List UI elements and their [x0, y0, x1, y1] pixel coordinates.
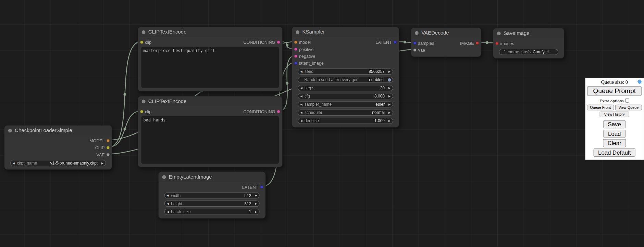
model-slot-icon[interactable]	[107, 139, 110, 142]
increment-arrow-icon[interactable]: ▶	[386, 119, 393, 122]
node-title: CLIPTextEncode	[148, 29, 187, 35]
negative-prompt-textarea[interactable]: bad hands	[141, 116, 279, 164]
height-widget[interactable]: ◀ height 512 ▶	[164, 200, 260, 207]
latent-slot-icon[interactable]	[294, 61, 297, 65]
node-title-bar[interactable]: KSampler	[292, 27, 399, 37]
collapse-dot-icon[interactable]	[497, 31, 501, 35]
slot-label: positive	[299, 47, 314, 51]
decrement-arrow-icon[interactable]: ◀	[165, 210, 171, 213]
collapse-dot-icon[interactable]	[415, 31, 419, 35]
increment-arrow-icon[interactable]: ▶	[386, 95, 393, 98]
widget-label: denoise	[305, 119, 374, 123]
node-checkpointloadersimple[interactable]: CheckpointLoaderSimple MODEL CLIP VAE ◀ …	[4, 125, 112, 170]
conditioning-slot-icon[interactable]	[294, 47, 297, 51]
image-slot-icon[interactable]	[495, 42, 499, 45]
positive-prompt-textarea[interactable]: masterpiece best quality girl	[141, 47, 279, 88]
filename-prefix-widget[interactable]: filename_prefix ComfyUI	[499, 49, 558, 55]
view-history-button[interactable]: View History	[600, 112, 629, 117]
denoise-widget[interactable]: ◀ denoise 1.000 ▶	[298, 118, 393, 124]
vae-slot-icon[interactable]	[107, 153, 110, 156]
decrement-arrow-icon[interactable]: ◀	[298, 111, 304, 114]
conditioning-slot-icon[interactable]	[294, 54, 297, 58]
load-button[interactable]: Load	[604, 130, 626, 138]
node-title-bar[interactable]: VAEDecode	[411, 28, 481, 38]
collapse-dot-icon[interactable]	[142, 30, 146, 34]
comfy-menu-panel: Queue size: 0 Queue Prompt Extra options…	[585, 78, 644, 160]
node-vaedecode[interactable]: VAEDecode samples vae IMAGE	[411, 27, 481, 57]
settings-gear-icon[interactable]	[637, 79, 643, 84]
comfyui-graph-canvas[interactable]: CheckpointLoaderSimple MODEL CLIP VAE ◀ …	[0, 0, 644, 247]
increment-arrow-icon[interactable]: ▶	[99, 161, 106, 164]
collapse-dot-icon[interactable]	[162, 175, 166, 179]
latent-slot-icon[interactable]	[260, 185, 263, 188]
node-title-bar[interactable]: CheckpointLoaderSimple	[4, 126, 112, 135]
collapse-dot-icon[interactable]	[8, 129, 12, 132]
queue-prompt-button[interactable]: Queue Prompt	[587, 86, 642, 96]
width-widget[interactable]: ◀ width 512 ▶	[164, 192, 260, 198]
node-cliptextencode-positive[interactable]: CLIPTextEncode clip CONDITIONING masterp…	[138, 27, 283, 91]
node-saveimage[interactable]: SaveImage images filename_prefix ComfyUI	[493, 28, 565, 59]
decrement-arrow-icon[interactable]: ◀	[298, 95, 304, 98]
node-title-bar[interactable]: EmptyLatentImage	[159, 172, 265, 182]
decrement-arrow-icon[interactable]: ◀	[298, 103, 304, 106]
decrement-arrow-icon[interactable]: ◀	[11, 161, 17, 164]
node-cliptextencode-negative[interactable]: CLIPTextEncode clip CONDITIONING bad han…	[138, 96, 283, 168]
slot-label: CONDITIONING	[243, 109, 275, 114]
widget-value: 1.000	[374, 119, 385, 123]
cfg-widget[interactable]: ◀ cfg 8.000 ▶	[298, 93, 393, 99]
save-button[interactable]: Save	[603, 120, 626, 128]
conditioning-slot-icon[interactable]	[277, 110, 280, 113]
link-midpoint-dot	[123, 128, 126, 130]
increment-arrow-icon[interactable]: ▶	[386, 87, 393, 89]
collapse-dot-icon[interactable]	[142, 100, 146, 103]
extra-options-checkbox[interactable]	[625, 98, 629, 102]
node-title: VAEDecode	[421, 30, 449, 36]
node-ksampler[interactable]: KSampler model positive negative lat	[292, 27, 399, 128]
random-seed-toggle[interactable]: Random seed after every gen enabled	[298, 77, 393, 83]
increment-arrow-icon[interactable]: ▶	[386, 103, 393, 106]
decrement-arrow-icon[interactable]: ◀	[165, 202, 171, 205]
widget-value: euler	[375, 102, 385, 107]
widget-value: 1	[249, 210, 251, 214]
increment-arrow-icon[interactable]: ▶	[386, 111, 393, 114]
sampler-name-widget[interactable]: ◀ sampler_name euler ▶	[298, 101, 393, 107]
load-default-button[interactable]: Load Default	[594, 148, 635, 157]
view-queue-button[interactable]: View Queue	[615, 105, 642, 110]
link-midpoint-dot	[123, 93, 126, 96]
widget-value: 512	[244, 202, 251, 206]
toggle-indicator-icon[interactable]	[388, 78, 391, 81]
clear-button[interactable]: Clear	[603, 139, 626, 147]
conditioning-slot-icon[interactable]	[277, 40, 280, 44]
clip-slot-icon[interactable]	[107, 146, 110, 149]
node-title-bar[interactable]: CLIPTextEncode	[138, 27, 282, 37]
widget-label: steps	[305, 86, 380, 90]
output-slot-latent: LATENT	[292, 39, 399, 46]
slot-label: LATENT	[242, 184, 258, 189]
decrement-arrow-icon[interactable]: ◀	[298, 119, 304, 122]
ckpt-name-widget[interactable]: ◀ ckpt_name v1-5-pruned-emaonly.ckpt ▶	[10, 160, 106, 166]
node-emptylatentimage[interactable]: EmptyLatentImage LATENT ◀ width 512 ▶ ◀ …	[158, 171, 266, 219]
node-title-bar[interactable]: CLIPTextEncode	[138, 96, 282, 106]
steps-widget[interactable]: ◀ steps 20 ▶	[298, 85, 393, 91]
latent-slot-icon[interactable]	[394, 40, 397, 44]
increment-arrow-icon[interactable]: ▶	[253, 210, 259, 213]
increment-arrow-icon[interactable]: ▶	[253, 202, 259, 205]
seed-widget[interactable]: ◀ seed 8566257 ▶	[298, 68, 393, 75]
widget-label: filename_prefix	[504, 50, 533, 54]
image-slot-icon[interactable]	[475, 41, 479, 44]
output-slot-model: MODEL	[4, 137, 112, 144]
output-slot-clip: CLIP	[4, 144, 112, 151]
decrement-arrow-icon[interactable]: ◀	[298, 70, 304, 73]
increment-arrow-icon[interactable]: ▶	[386, 70, 393, 73]
collapse-dot-icon[interactable]	[296, 30, 299, 34]
queue-front-button[interactable]: Queue Front	[587, 105, 614, 110]
scheduler-widget[interactable]: ◀ scheduler normal ▶	[298, 109, 393, 116]
vae-slot-icon[interactable]	[413, 48, 417, 52]
slot-label: vae	[418, 47, 425, 52]
increment-arrow-icon[interactable]: ▶	[253, 194, 259, 197]
batch-size-widget[interactable]: ◀ batch_size 1 ▶	[164, 209, 260, 215]
decrement-arrow-icon[interactable]: ◀	[298, 87, 304, 89]
node-title-bar[interactable]: SaveImage	[493, 28, 564, 38]
slot-label: CONDITIONING	[243, 40, 275, 44]
decrement-arrow-icon[interactable]: ◀	[165, 194, 171, 197]
